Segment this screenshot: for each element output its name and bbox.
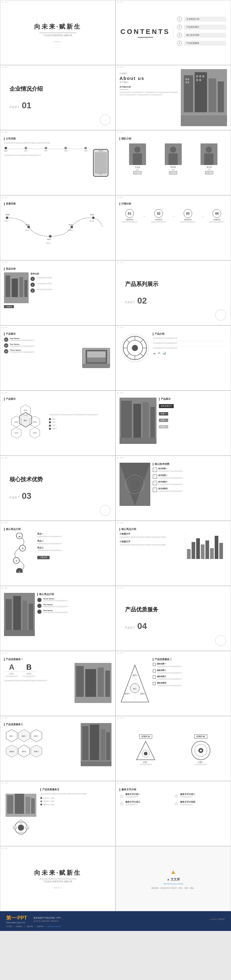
sv6-grid: ☆ 服务文字介绍一 点击此处添加文字 ☆ 服务文字介绍二 点击此处添加文字 ☆ … — [120, 793, 227, 807]
slide-row-13: 第一PPT 环1 环2 环3 环4 — [0, 781, 231, 846]
slide-row-7: 第一PPT 产品展示 核心 标签1 标签2 标签3 标签4 — [0, 391, 231, 456]
contents-logo: 第一PPT — [117, 2, 123, 3]
pd3-title: 产品展示 — [159, 398, 227, 401]
cc-barchart — [181, 533, 227, 565]
cc-logo: 第一PPT — [117, 522, 123, 524]
arrow-2: → — [171, 214, 175, 219]
comp-item-3: 3 点击此处添加文字描述 — [30, 288, 111, 293]
cc-subtitle-b: 小标题文字 — [120, 541, 178, 543]
footer-contact: 告白栏目 / 版权说明 / 免责声明 — [33, 920, 210, 922]
section3-deco — [100, 505, 111, 516]
ct-image — [120, 460, 150, 517]
svg-text:2023: 2023 — [6, 214, 10, 216]
slide-development: 第一PPT 发展历程 2023 2025 2027 2029 2031 阶段一 … — [0, 195, 115, 260]
slide-contents: 第一PPT CONTENTS 1 企业情况介绍 2 产品系列展示 3 核心技术优… — [115, 0, 231, 65]
svg-rect-115 — [105, 671, 110, 697]
slide-section4-header: 第一PPT 产品优质服务 PART 04 — [115, 586, 231, 651]
svg-text:标签4: 标签4 — [14, 421, 19, 423]
svg-rect-98 — [191, 542, 195, 559]
cp-desc: 点击此处添加文字描述点击此处添加文字描述点击此处添加文字描述 — [4, 142, 87, 144]
section1-title: 企业情况介绍 — [9, 85, 106, 92]
pd3-logo: 第一PPT — [117, 392, 123, 394]
sv4-logo: 第一PPT — [117, 718, 123, 719]
svg-text:2029: 2029 — [69, 224, 73, 226]
contents-item-1: 1 企业情况介绍 — [177, 17, 226, 22]
svg-rect-1 — [184, 75, 193, 112]
watermark-thanks: 感谢浏览，更多好的PPT请访问：稻壳、免费、模板。 — [151, 887, 195, 889]
pd1-item1: 01 One Series 点击此处添加文字点击此处添加文字 — [4, 337, 78, 342]
cp-logo: 第一PPT — [2, 132, 8, 133]
pd3-label2: 标签二 — [159, 418, 168, 422]
contents-item-4: 4 产品优质服务 — [177, 41, 226, 46]
slide-service4: 第一PPT STEP 01 步骤一 点击此处添加文字 STEP 02 — [115, 716, 231, 781]
svg-text:服务四: 服务四 — [9, 751, 14, 752]
sv3-title: 产品优质服务三 — [4, 723, 78, 726]
slide-service6: 第一PPT 服务文字介绍 ☆ 服务文字介绍一 点击此处添加文字 ☆ 服务文字介绍… — [115, 781, 231, 846]
pi-title: 产品介绍 — [153, 332, 227, 336]
step-03: 03 规划阶段 点击此处添加说明文字 — [180, 209, 196, 223]
s3h-logo: 第一PPT — [2, 457, 8, 459]
slide-row-14: 第一PPT 向未来·赋新生 产品总结·构思思考性·战略关系 2019-3-1 1… — [0, 846, 231, 911]
svg-rect-13 — [196, 79, 198, 81]
svg-text:环4: 环4 — [20, 834, 22, 835]
team-title: 团队介绍 — [120, 137, 227, 140]
svg-rect-9 — [188, 81, 189, 83]
section4-part-label: PART — [125, 626, 136, 630]
section1-part-label: PART — [9, 105, 20, 109]
sv6-item1: ☆ 服务文字介绍一 点击此处添加文字 — [120, 793, 172, 799]
cp1-item3-label: 亮点三 — [37, 547, 111, 549]
svg-rect-106 — [6, 599, 12, 630]
contents-item-3: 3 核心技术优势 — [177, 33, 226, 38]
svg-rect-5 — [181, 115, 227, 126]
ct-title: 核心技术优势 — [153, 463, 227, 466]
slide-row-12: 第一PPT 产品优质服务三 服务一 服务二 服务三 服务四 服务五 服务六 — [0, 716, 231, 781]
svg-rect-138 — [82, 726, 89, 760]
team-member-1: 王总监 总监 联系方式 — [129, 143, 146, 174]
svg-point-22 — [206, 146, 212, 153]
cover-subtitle: 产品总结·构思思考性·战略关系 — [34, 34, 82, 37]
sv1-b: B — [21, 663, 36, 671]
anal-title: 行情分析 — [120, 202, 227, 205]
pi-items: 产品介绍 点击此处添加文字点击此处添加文字 点击此处添加文字点击此处添加文字 点… — [153, 332, 227, 363]
svg-text:标签5: 标签5 — [14, 432, 19, 434]
contents-list: 1 企业情况介绍 2 产品系列展示 3 核心技术优势 4 产品优质服务 — [173, 17, 226, 49]
cp1-svg: ☁ ⚙ ✦ $ — [4, 533, 35, 574]
pi-icon-1: ☁ — [153, 352, 156, 355]
sv1-left: A 选项A 点击此处添加文字 B 选项B 点击此处添加文字 点击此处添加文字描述… — [4, 663, 73, 703]
pd3-label3: 标签三 — [159, 425, 168, 428]
pd2-title: 产品展示 — [4, 398, 111, 401]
sv2-item3: 服务优势三 点击此处添加文字点击此处添加文字 — [153, 675, 227, 681]
comp-logo: 第一PPT — [2, 262, 8, 263]
svg-text:标签1: 标签1 — [24, 409, 28, 411]
svg-rect-139 — [90, 725, 99, 760]
slide-section2-header: 第一PPT 产品系列展示 PART 02 — [115, 260, 231, 325]
slide-watermark: ▲ ▲ 文文库 http://www.1ppt.com/ppt/ 感谢浏览，更多… — [115, 846, 231, 911]
footer-logo: 第一·PPT — [6, 915, 27, 921]
slide-row-10: 第一PPT 核心亮点介绍 Three Series 点击此处添加文字点击 — [0, 586, 231, 651]
slide-core-chart: 第一PPT 核心亮点介绍 小标题文字 点击此处添加文字描述点击此处添加文字描述点… — [115, 521, 231, 586]
step-04: 04 实施阶段 点击此处添加说明文字 — [209, 209, 225, 223]
team-member-2: 李经理 经理 联系方式 — [165, 143, 182, 174]
pd3-add-text: 添加沐描文字 — [159, 404, 174, 408]
sv5-logo: 第一PPT — [2, 783, 8, 784]
svg-line-58 — [126, 339, 129, 342]
end-logo: 第一PPT — [2, 848, 8, 849]
watermark-logo-icon: ▲ — [170, 868, 177, 875]
cp-extra: 点击此处添加文字点击此处添加文字点击此处添加文字 — [4, 154, 87, 157]
svg-text:☁: ☁ — [18, 535, 21, 538]
sv6-item3: ☆ 服务文字介绍三 点击此处添加文字 — [120, 801, 172, 807]
slide-core-point2: 第一PPT 核心亮点介绍 Three Series 点击此处添加文字点击 — [0, 586, 115, 651]
end-main-title: 向未来·赋新生 — [34, 869, 82, 877]
svg-rect-101 — [206, 541, 209, 559]
svg-point-53 — [132, 345, 138, 351]
dev-title: 发展历程 — [4, 202, 111, 205]
slide-product-intro: 第一PPT — [115, 325, 231, 391]
pi-icon-3: 📊 — [162, 352, 166, 355]
svg-text:✦: ✦ — [16, 560, 17, 562]
svg-text:2027: 2027 — [47, 239, 51, 240]
slide-service3: 第一PPT 产品优质服务三 服务一 服务二 服务三 服务四 服务五 服务六 — [0, 716, 115, 781]
pi-icon-2: ⚙ — [158, 352, 160, 355]
step-01: 01 调研阶段 点击此处添加说明文字 — [122, 209, 138, 223]
svg-line-61 — [126, 353, 129, 356]
contents-item-2: 2 产品系列展示 — [177, 25, 226, 30]
